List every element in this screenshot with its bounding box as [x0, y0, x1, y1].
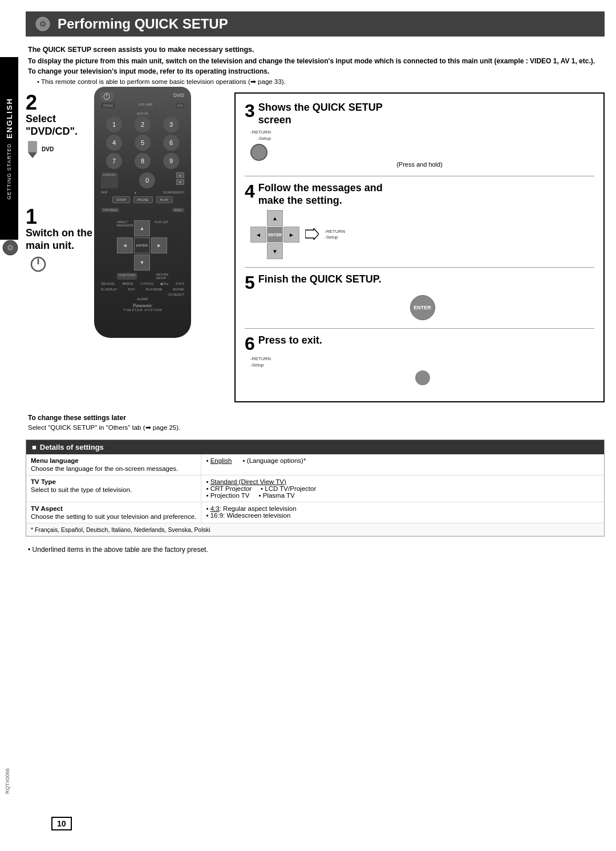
english-option: English	[210, 457, 232, 464]
page-number: 10	[51, 817, 72, 830]
step3-subtitle: screen	[258, 114, 383, 127]
svg-rect-6	[28, 141, 37, 152]
details-header-label: Details of settings	[40, 443, 104, 451]
details-section: Details of settings Menu language Choose…	[26, 439, 605, 537]
step3-block: 3 Shows the QUICK SETUP screen -RETURN-S…	[245, 102, 594, 168]
step4-header: 4 Follow the messages and make the setti…	[245, 182, 594, 207]
divider1	[245, 176, 594, 176]
remote-num-grid: 123 456 789	[101, 116, 184, 169]
step6-return-btn	[415, 370, 430, 385]
intro-bold2: To display the picture from this main un…	[28, 57, 602, 65]
step5-header: 5 Finish the QUICK SETUP.	[245, 273, 594, 292]
step4-subtitle: make the setting.	[258, 195, 383, 207]
step4-title: Follow the messages and	[258, 182, 383, 195]
remote-transport: STOP PAUSE PLAY	[101, 196, 184, 203]
svg-marker-7	[28, 152, 37, 158]
right-steps-box: 3 Shows the QUICK SETUP screen -RETURN-S…	[234, 92, 605, 402]
steps-wrapper: 2 Select "DVD/CD". DVD 1 Switch on the m…	[26, 92, 605, 402]
table-row: * Français, Español, Deutsch, Italiano, …	[26, 523, 604, 536]
intro-bold1: The QUICK SETUP screen assists you to ma…	[28, 46, 602, 54]
doc-code: RQTX0066	[5, 768, 10, 794]
footnote-cell: * Français, Español, Deutsch, Italiano, …	[26, 523, 604, 536]
divider2	[245, 267, 594, 268]
svg-point-5	[42, 23, 44, 25]
remote-nav-dpad: ▲ ◄ ENTER ► ▼	[117, 220, 168, 271]
side-tab: ENGLISH GETTING STARTED	[0, 57, 18, 240]
step5-block: 5 Finish the QUICK SETUP. ENTER	[245, 273, 594, 320]
english-label: ENGLISH	[5, 98, 14, 139]
step3-number: 3	[245, 102, 255, 120]
standard-tv-option: Standard (Direct View TV)	[210, 478, 286, 485]
tv-type-desc: Select to suit the type of television.	[31, 486, 132, 493]
change-later-title: To change these settings later	[28, 414, 602, 422]
menu-lang-label: Menu language Choose the language for th…	[26, 454, 201, 475]
details-table: Menu language Choose the language for th…	[26, 454, 604, 536]
svg-point-2	[9, 247, 11, 249]
details-header: Details of settings	[26, 440, 604, 454]
tv-aspect-title: TV Aspect	[31, 505, 196, 512]
step2-subtitle: "DVD/CD".	[26, 126, 78, 138]
step6-number: 6	[245, 334, 255, 353]
step-2-block: 2 Select "DVD/CD". DVD	[26, 92, 78, 158]
footer-note: Underlined items in the above table are …	[26, 546, 605, 554]
step6-header: 6 Press to exit.	[245, 334, 594, 353]
main-content: Performing QUICK SETUP The QUICK SETUP s…	[26, 11, 605, 840]
step2-title: Select	[26, 113, 78, 126]
step6-title: Press to exit.	[258, 334, 322, 347]
step1-title: Switch on the	[26, 227, 92, 240]
tv-aspect-options: • 4:3: Regular aspect television • 16:9:…	[201, 502, 604, 523]
step-1-block: 1 Switch on the main unit.	[26, 207, 92, 274]
menu-lang-title: Menu language	[31, 457, 196, 464]
setup-icon	[35, 16, 51, 32]
step3-header: 3 Shows the QUICK SETUP screen	[245, 102, 594, 126]
step3-note: (Press and hold)	[245, 161, 594, 168]
tv-type-title: TV Type	[31, 478, 196, 485]
step5-enter-btn: ENTER	[410, 295, 435, 320]
power-icon	[30, 256, 92, 274]
lang-options-note: • (Language options)*	[243, 457, 306, 464]
tv-type-options: • Standard (Direct View TV) • CRT Projec…	[201, 475, 604, 502]
dvd-indicator: DVD	[26, 141, 78, 158]
intro-section: The QUICK SETUP screen assists you to ma…	[26, 46, 605, 86]
step5-title: Finish the QUICK SETUP.	[258, 273, 382, 286]
remote-control: DVD TV/AV VOLUME CH EXT-IN 123 456 789	[94, 87, 191, 338]
step4-number: 4	[245, 182, 255, 200]
intro-bold3: To change your television's input mode, …	[28, 67, 602, 75]
tv-type-label: TV Type Select to suit the type of telev…	[26, 475, 201, 502]
step4-arrow	[305, 228, 319, 241]
step6-labels: -RETURN-Setup	[250, 356, 594, 368]
panasonic-brand: Panasonic	[101, 303, 184, 308]
step4-labels: -RETURN-Setup	[325, 229, 345, 241]
page-title: Performing QUICK SETUP	[58, 16, 228, 32]
disc-icon	[2, 240, 18, 256]
step3-title: Shows the QUICK SETUP	[258, 102, 383, 114]
step2-number: 2	[26, 92, 78, 113]
table-row: TV Aspect Choose the setting to suit you…	[26, 502, 604, 523]
change-later-text: Select "QUICK SETUP" in "Others" tab (➡ …	[28, 424, 602, 431]
tv-aspect-label: TV Aspect Choose the setting to suit you…	[26, 502, 201, 523]
step5-number: 5	[245, 273, 255, 292]
step4-nav-cross: ▲ ◄ ENTER ► ▼	[250, 210, 299, 259]
dvd-label: DVD	[42, 146, 54, 152]
table-row: TV Type Select to suit the type of telev…	[26, 475, 604, 502]
step6-block: 6 Press to exit. -RETURN-Setup	[245, 334, 594, 385]
step4-block: 4 Follow the messages and make the setti…	[245, 182, 594, 259]
left-steps: 2 Select "DVD/CD". DVD 1 Switch on the m…	[26, 92, 225, 366]
tv-aspect-desc: Choose the setting to suit your televisi…	[31, 513, 196, 520]
menu-lang-options: • English • (Language options)*	[201, 454, 604, 475]
step1-subtitle: main unit.	[26, 240, 92, 252]
intro-bullet1: This remote control is able to perform s…	[28, 78, 602, 86]
svg-marker-12	[305, 228, 319, 240]
step1-number: 1	[26, 207, 92, 227]
title-bar: Performing QUICK SETUP	[26, 11, 605, 37]
divider3	[245, 328, 594, 329]
theater-system-label: THEATER SYSTEM	[101, 308, 184, 312]
aspect-43-option: 4:3	[210, 505, 220, 512]
table-row: Menu language Choose the language for th…	[26, 454, 604, 475]
menu-lang-desc: Choose the language for the on-screen me…	[31, 465, 178, 472]
change-later-section: To change these settings later Select "Q…	[26, 414, 605, 431]
remote-body: DVD TV/AV VOLUME CH EXT-IN 123 456 789	[94, 87, 191, 338]
getting-started-label: GETTING STARTED	[6, 143, 12, 200]
